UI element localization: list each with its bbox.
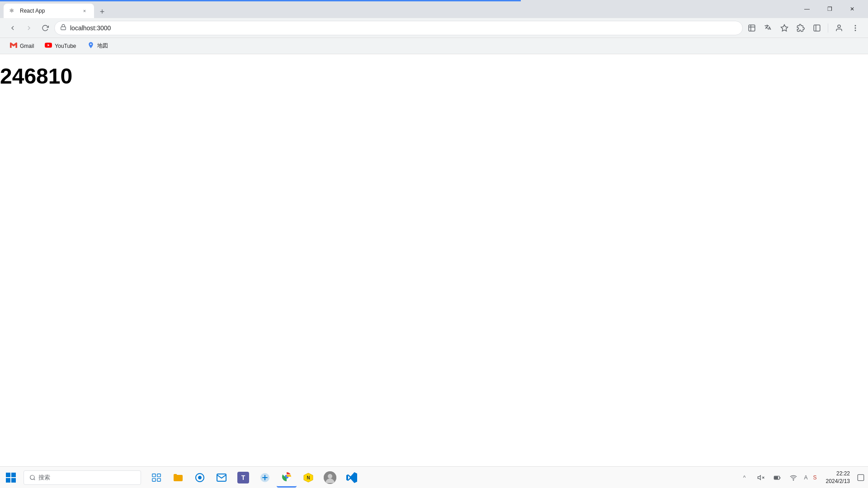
taskbar-app-taskview[interactable] (146, 468, 166, 488)
taskbar-app-vscode[interactable] (342, 468, 362, 488)
tab-title: React App (20, 8, 77, 14)
taskbar-app-edge[interactable] (190, 468, 210, 488)
taskbar-app-mail[interactable] (212, 468, 231, 488)
back-icon (9, 24, 16, 32)
translate-button[interactable] (761, 21, 775, 35)
nav-divider (828, 23, 828, 33)
taskbar-app-chrome[interactable] (277, 468, 297, 488)
taskbar-search[interactable]: 搜索 (24, 470, 141, 485)
url-display: localhost:3000 (70, 24, 737, 32)
address-bar[interactable]: localhost:3000 (54, 21, 743, 35)
svg-point-12 (30, 475, 34, 479)
sidebar-button[interactable] (810, 21, 824, 35)
input-method-button[interactable]: A (802, 470, 810, 485)
norton-icon: N (302, 471, 315, 484)
star-icon (780, 24, 788, 32)
maps-icon (87, 42, 94, 49)
svg-rect-13 (152, 474, 156, 476)
forward-button[interactable] (22, 21, 36, 35)
maximize-button[interactable]: ❐ (819, 2, 840, 16)
notification-icon (857, 474, 864, 481)
bookmarks-bar: Gmail YouTube 地図 (0, 38, 868, 54)
profile-button[interactable] (832, 21, 846, 35)
taskbar-app-teams[interactable]: T (233, 468, 253, 488)
svg-rect-9 (11, 473, 16, 477)
security-icon (60, 24, 66, 32)
svg-point-24 (328, 474, 332, 479)
youtube-icon (45, 42, 52, 49)
browser-tab-active[interactable]: ⚛ React App × (4, 4, 94, 18)
svg-marker-2 (781, 24, 788, 31)
show-hidden-icons-button[interactable]: ^ (737, 470, 752, 485)
maps-label: 地図 (97, 42, 108, 50)
svg-rect-10 (6, 478, 10, 483)
chrome-icon (280, 470, 293, 483)
tab-favicon: ⚛ (9, 7, 16, 14)
gmail-favicon (10, 42, 17, 50)
svg-rect-15 (152, 478, 156, 481)
window-controls: — ❐ ✕ (797, 0, 868, 18)
reload-button[interactable] (38, 21, 52, 35)
antivirus-label: S (813, 474, 817, 481)
start-button[interactable] (0, 467, 22, 488)
svg-rect-11 (11, 478, 16, 483)
youtube-label: YouTube (55, 43, 76, 49)
translate-icon (764, 24, 772, 32)
reload-icon (42, 24, 49, 32)
network-button[interactable] (786, 470, 801, 485)
svg-rect-3 (814, 25, 820, 31)
svg-rect-16 (157, 478, 160, 481)
maps-favicon (87, 42, 94, 50)
taskbar-app-explorer[interactable] (168, 468, 188, 488)
forward-icon (25, 24, 33, 32)
extensions-icon (797, 24, 805, 32)
bookmark-youtube[interactable]: YouTube (40, 40, 80, 52)
svg-point-30 (793, 479, 793, 480)
minimize-button[interactable]: — (797, 2, 817, 16)
svg-rect-29 (774, 477, 778, 479)
menu-button[interactable] (848, 21, 863, 35)
input-method-label: A (804, 474, 808, 481)
volume-button[interactable] (754, 470, 768, 485)
taskbar-search-icon (29, 474, 36, 481)
screenshot-button[interactable] (745, 21, 759, 35)
bookmark-gmail[interactable]: Gmail (5, 40, 38, 52)
volume-muted-icon (757, 474, 764, 481)
copilot-icon (259, 471, 271, 484)
page-main-text: 246810 (0, 60, 868, 89)
svg-text:N: N (307, 475, 310, 480)
gmail-label: Gmail (20, 43, 34, 49)
taskbar-app-avatar[interactable] (320, 468, 340, 488)
svg-rect-0 (61, 27, 66, 29)
notification-button[interactable] (854, 467, 868, 488)
menu-icon (851, 24, 859, 32)
edge-icon (193, 471, 206, 484)
screenshot-icon (748, 24, 756, 32)
back-button[interactable] (5, 21, 20, 35)
taskbar-app-copilot[interactable] (255, 468, 275, 488)
extensions-button[interactable] (793, 21, 808, 35)
bookmark-maps[interactable]: 地図 (83, 40, 113, 52)
windows-icon (5, 472, 16, 483)
browser-window: ⚛ React App × + — ❐ ✕ (0, 0, 868, 488)
navigation-bar: localhost:3000 (0, 18, 868, 38)
avatar-icon (324, 471, 336, 484)
close-button[interactable]: ✕ (842, 2, 863, 16)
svg-rect-8 (6, 473, 10, 477)
taskbar-apps: T (143, 468, 734, 488)
teams-icon: T (237, 472, 249, 483)
explorer-icon (172, 471, 184, 484)
nav-actions (745, 21, 863, 35)
title-bar: ⚛ React App × + — ❐ ✕ (0, 0, 868, 18)
favorite-button[interactable] (777, 21, 792, 35)
battery-button[interactable] (770, 470, 784, 485)
antivirus-button[interactable]: S (811, 470, 819, 485)
vscode-icon (345, 471, 358, 484)
taskbar-clock[interactable]: 22:22 2024/2/13 (822, 470, 854, 485)
new-tab-button[interactable]: + (96, 5, 108, 18)
svg-point-4 (838, 25, 840, 28)
taskbar-app-norton[interactable]: N (298, 468, 318, 488)
taskbar-search-label: 搜索 (38, 474, 50, 482)
tab-close-button[interactable]: × (80, 7, 89, 15)
taskbar: 搜索 (0, 466, 868, 488)
